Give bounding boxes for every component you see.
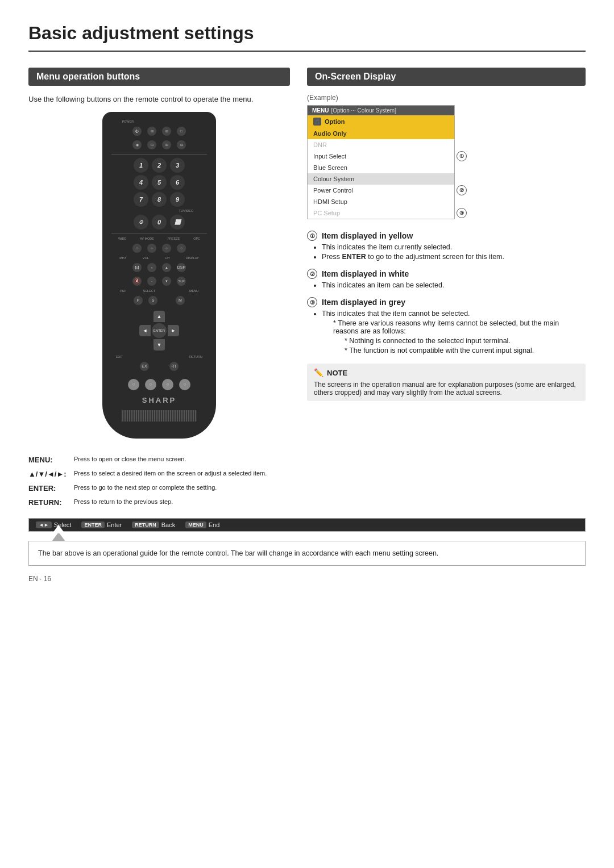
btn-3[interactable]: 3 — [170, 158, 185, 173]
btn-2[interactable]: 2 — [152, 158, 167, 173]
nav-key-desc: Press to select a desired item on the sc… — [74, 470, 267, 477]
btn-1[interactable]: 1 — [134, 158, 148, 173]
nav-down-btn[interactable]: ▼ — [154, 339, 165, 350]
btn-6[interactable]: 6 — [170, 175, 185, 190]
barcode — [121, 410, 197, 422]
vol-down[interactable]: - — [147, 277, 156, 286]
btn-8[interactable]: 8 — [152, 192, 167, 207]
num-row-1: 1 2 3 — [111, 158, 207, 173]
desc-bullet-1-2: Press ENTER to go to the adjustment scre… — [322, 253, 586, 261]
desc-bullets-3: This indicates that the item cannot be s… — [307, 310, 586, 354]
menu-btn[interactable]: M — [176, 296, 185, 305]
desc-item-3: ③ Item displayed in grey This indicates … — [307, 297, 586, 354]
select-btn[interactable]: S — [148, 296, 157, 305]
num-row-3: 7 8 9 — [111, 192, 207, 207]
desc-sub-bullet-3-1: There are various reasons why items cann… — [333, 319, 586, 335]
display-label: DISPLAY — [186, 256, 199, 260]
btn-4[interactable]: 4 — [134, 175, 148, 190]
bar-label-back: Back — [161, 521, 175, 528]
remote-control: POWER ⏻ ⊞ ⊟ □ ◉ ⊡ ⊞ ⊟ — [102, 112, 216, 439]
osd-header: MENU [Option ··· Colour System] — [308, 106, 454, 115]
color-btn-4[interactable]: ○ — [179, 379, 190, 390]
display-btn[interactable]: DSP — [177, 263, 186, 272]
num-row-2: 4 5 6 — [111, 175, 207, 190]
mute-btn[interactable]: 🔇 — [132, 277, 142, 286]
btn-r2-4[interactable]: ⊟ — [177, 140, 186, 149]
btn-5[interactable]: 5 — [152, 175, 167, 190]
enter-center-btn[interactable]: ENTER — [152, 323, 167, 338]
exit-btn[interactable]: EX — [140, 362, 149, 371]
avmode-btn[interactable]: ○ — [147, 244, 156, 253]
btn-r2-2[interactable]: ⊡ — [147, 140, 156, 149]
note-icon: ✏️ — [314, 368, 323, 377]
key-row-enter: ENTER: Press to go to the next step or c… — [28, 484, 586, 493]
osd-option-icon: 🎵 — [313, 118, 321, 126]
osd-item-colour-system: Colour System — [308, 173, 454, 185]
btn-9[interactable]: 9 — [170, 192, 185, 207]
power-label: POWER — [122, 120, 134, 123]
circle-num-1: ① — [307, 231, 317, 241]
osd-number-3: ③ — [457, 208, 467, 218]
circle-num-3: ③ — [307, 297, 317, 307]
desc-bullets-2: This indicates an item can be selected. — [307, 281, 586, 289]
vol-up[interactable]: + — [147, 263, 156, 272]
btn-7[interactable]: 7 — [134, 192, 148, 207]
return-btn[interactable]: RT — [169, 362, 179, 371]
nav-up-btn[interactable]: ▲ — [154, 311, 165, 322]
pp-btn[interactable]: P — [134, 296, 143, 305]
btn-0[interactable]: 0 — [152, 215, 167, 229]
ch-down[interactable]: ▼ — [162, 277, 171, 286]
mpx-btn[interactable]: M — [132, 263, 142, 272]
freeze-btn[interactable]: ○ — [162, 244, 171, 253]
enter-key-name: ENTER: — [28, 484, 68, 493]
pp-select-row: P S M — [111, 295, 207, 306]
btn-top2[interactable]: ⊞ — [147, 127, 156, 136]
menu-operation-header: Menu operation buttons — [28, 68, 290, 86]
wide-label: WIDE — [118, 237, 126, 240]
page-footer: EN · 16 — [28, 575, 586, 583]
return-key-desc: Press to return to the previous step. — [74, 498, 173, 505]
osd-item-power-control: Power Control ② — [308, 185, 454, 196]
opc-btn[interactable]: ○ — [177, 244, 186, 253]
btn-r2-3[interactable]: ⊞ — [162, 140, 171, 149]
sleep-btn[interactable]: SLP — [177, 277, 186, 286]
avmode-label: AV MODE — [140, 237, 154, 240]
bar-enter: ENTER Enter — [81, 521, 122, 528]
btn-top4[interactable]: □ — [177, 127, 186, 136]
ch-up[interactable]: ▲ — [162, 263, 171, 272]
arrow-indicator — [52, 532, 65, 541]
bar-label-enter: Enter — [107, 521, 122, 528]
color-btn-3[interactable]: ○ — [162, 379, 173, 390]
osd-box: MENU [Option ··· Colour System] 🎵 Option… — [307, 105, 455, 219]
desc-numbered-3-1: Nothing is connected to the selected inp… — [345, 337, 586, 345]
nav-right-btn[interactable]: ► — [168, 325, 179, 336]
bar-key-select: ◄► — [36, 521, 52, 528]
bottom-note-text: The bar above is an operational guide fo… — [38, 549, 576, 557]
ch-label: CH — [165, 256, 169, 260]
btn-tvvideo[interactable]: ⬜ — [170, 215, 185, 229]
page-title: Basic adjustment settings — [28, 23, 586, 52]
wide-btn[interactable]: ○ — [132, 244, 142, 253]
vol-label: VOL — [143, 256, 149, 260]
power-btn[interactable]: ⏻ — [132, 127, 142, 136]
menu-key-name: MENU: — [28, 456, 68, 464]
osd-breadcrumb: [Option ··· Colour System] — [331, 107, 396, 114]
nav-left-btn[interactable]: ◄ — [139, 325, 151, 336]
btn-r2-1[interactable]: ◉ — [132, 140, 142, 149]
left-column: Menu operation buttons Use the following… — [28, 68, 290, 439]
top-button-row: ⏻ ⊞ ⊟ □ — [111, 126, 207, 137]
color-btn-1[interactable]: ○ — [128, 379, 139, 390]
color-btn-2[interactable]: ○ — [145, 379, 156, 390]
desc-numbered-3-2: The function is not compatible with the … — [345, 347, 586, 354]
osd-item-hdmi-setup: HDMI Setup — [308, 196, 454, 207]
bar-key-menu: MENU — [185, 521, 206, 528]
desc-title-2: Item displayed in white — [322, 269, 409, 278]
btn-top3[interactable]: ⊟ — [162, 127, 171, 136]
btn-cc[interactable]: ⊙ — [134, 215, 148, 229]
menu-key-desc: Press to open or close the menu screen. — [74, 456, 186, 462]
osd-item-input-select: Input Select ① — [308, 151, 454, 162]
key-row-menu: MENU: Press to open or close the menu sc… — [28, 456, 586, 464]
bottom-bar-section: ◄► Select ENTER Enter RETURN Back MENU E… — [28, 518, 586, 532]
pp-label: P&P — [120, 289, 126, 293]
desc-bullets-1: This indicates the item currently select… — [307, 243, 586, 261]
